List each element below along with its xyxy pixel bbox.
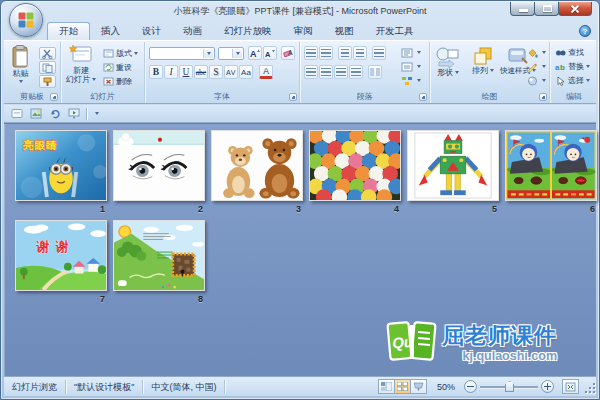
group-slides: 新建 幻灯片 版式 重设 删除 幻灯片 <box>61 42 145 103</box>
columns-icon <box>370 68 380 76</box>
qat-separator <box>86 108 87 120</box>
justify-icon <box>351 68 361 76</box>
slide-sorter-pane[interactable]: 亮眼睛 1 2 <box>4 123 596 376</box>
font-size-select[interactable] <box>218 47 244 60</box>
find-button[interactable]: 查找 <box>553 46 590 59</box>
layout-button[interactable]: 版式 <box>101 47 138 60</box>
font-dialog-launcher[interactable] <box>289 93 297 101</box>
align-left-button[interactable] <box>304 65 318 79</box>
italic-button[interactable]: I <box>164 65 178 79</box>
resize-grip[interactable] <box>583 380 596 394</box>
select-button[interactable]: 选择 <box>553 74 590 87</box>
qat-picture-button[interactable] <box>27 107 44 121</box>
new-slide-button[interactable]: 新建 幻灯片 <box>65 44 97 84</box>
align-right-button[interactable] <box>334 65 348 79</box>
maximize-button[interactable] <box>534 2 559 16</box>
align-text-button[interactable] <box>399 60 421 73</box>
zoom-slider-thumb[interactable] <box>505 381 514 392</box>
slide-thumbnail-5[interactable]: 5 <box>407 130 499 218</box>
bullets-button[interactable] <box>304 46 318 60</box>
office-button[interactable] <box>9 3 43 37</box>
tab-home[interactable]: 开始 <box>47 22 90 40</box>
format-painter-button[interactable] <box>39 75 56 88</box>
shape-effects-button[interactable] <box>525 74 546 87</box>
shape-outline-button[interactable] <box>525 60 546 73</box>
delete-slide-button[interactable]: 删除 <box>101 75 138 88</box>
tab-animations[interactable]: 动画 <box>172 22 213 40</box>
tab-review[interactable]: 审阅 <box>283 22 324 40</box>
zoom-in-button[interactable] <box>541 380 554 393</box>
help-button[interactable]: ? <box>579 25 591 37</box>
zoom-level[interactable]: 50% <box>437 382 455 392</box>
font-color-button[interactable]: A <box>259 65 273 79</box>
group-label-drawing: 绘图 <box>430 91 549 102</box>
tab-view[interactable]: 视图 <box>324 22 365 40</box>
minimize-button[interactable] <box>510 2 535 16</box>
increase-indent-button[interactable] <box>353 46 367 60</box>
slide-sorter-view-button[interactable] <box>394 379 411 394</box>
slide-thumbnail-4[interactable]: 4 <box>309 130 401 218</box>
text-direction-icon <box>401 48 413 58</box>
underline-button[interactable]: U <box>179 65 193 79</box>
status-template-name: "默认设计模板" <box>66 380 143 394</box>
shape-effects-icon <box>527 76 538 86</box>
text-shadow-button[interactable]: S <box>209 65 223 79</box>
columns-button[interactable] <box>368 65 382 79</box>
qat-customize-button[interactable] <box>91 107 102 121</box>
find-icon <box>555 48 566 58</box>
qat-undo-button[interactable] <box>46 107 63 121</box>
slide-thumbnail-1[interactable]: 亮眼睛 1 <box>15 130 107 218</box>
replace-button[interactable]: ab替换 <box>553 60 590 73</box>
numbering-button[interactable] <box>319 46 333 60</box>
zoom-out-button[interactable] <box>464 380 477 393</box>
bold-button[interactable]: B <box>149 65 163 79</box>
cut-button[interactable] <box>39 47 56 60</box>
paragraph-dialog-launcher[interactable] <box>419 93 427 101</box>
slide-thumbnail-6[interactable]: 6 <box>505 130 597 218</box>
fit-to-window-icon <box>565 382 576 392</box>
tab-developer[interactable]: 开发工具 <box>365 22 425 40</box>
close-button[interactable] <box>558 2 592 16</box>
reset-button[interactable]: 重设 <box>101 61 138 74</box>
clipboard-dialog-launcher[interactable] <box>50 93 58 101</box>
watermark-url: kj.qulaoshi.com <box>442 349 557 363</box>
decrease-indent-button[interactable] <box>338 46 352 60</box>
zoom-slider[interactable] <box>480 381 538 392</box>
grow-font-button[interactable]: A <box>248 46 262 60</box>
slide-number: 2 <box>198 204 203 214</box>
paste-button[interactable]: 粘贴 <box>7 45 34 83</box>
shapes-button[interactable]: 形状 <box>432 46 464 77</box>
fit-to-window-button[interactable] <box>562 379 579 394</box>
arrange-button[interactable]: 排列 <box>468 46 498 75</box>
line-spacing-button[interactable] <box>372 46 386 60</box>
slide-thumbnail-7[interactable]: 谢 谢 7 <box>15 220 107 308</box>
shape-fill-button[interactable] <box>525 46 546 59</box>
group-label-font: 字体 <box>145 91 299 102</box>
group-paragraph: 段落 <box>300 42 430 103</box>
tab-design[interactable]: 设计 <box>131 22 172 40</box>
slideshow-view-button[interactable] <box>410 379 427 394</box>
normal-view-button[interactable] <box>378 379 395 394</box>
qat-new-slide-button[interactable] <box>8 107 25 121</box>
qat-slideshow-button[interactable] <box>65 107 82 121</box>
change-case-button[interactable]: Aa <box>239 65 253 79</box>
justify-button[interactable] <box>349 65 363 79</box>
character-spacing-button[interactable]: AV <box>224 65 238 79</box>
slide-thumbnail-2[interactable]: 2 <box>113 130 205 218</box>
strikethrough-button[interactable]: abe <box>194 65 208 79</box>
tab-insert[interactable]: 插入 <box>90 22 131 40</box>
slide-thumbnail-8[interactable]: 8 <box>113 220 205 308</box>
shrink-font-button[interactable]: A <box>263 46 277 60</box>
svg-text:b: b <box>560 63 565 72</box>
align-center-button[interactable] <box>319 65 333 79</box>
slide-thumbnail-3[interactable]: 3 <box>211 130 303 218</box>
text-direction-button[interactable] <box>399 46 421 59</box>
convert-smartart-button[interactable] <box>399 74 421 87</box>
font-name-select[interactable] <box>149 47 215 60</box>
align-right-icon <box>336 68 346 76</box>
tab-slideshow[interactable]: 幻灯片放映 <box>213 22 283 40</box>
clear-formatting-button[interactable]: A <box>281 46 295 60</box>
copy-button[interactable] <box>39 61 56 74</box>
drawing-dialog-launcher[interactable] <box>539 93 547 101</box>
app-window: 小班科学《亮眼睛》PPT课件 [兼容模式] - Microsoft PowerP… <box>0 0 600 400</box>
